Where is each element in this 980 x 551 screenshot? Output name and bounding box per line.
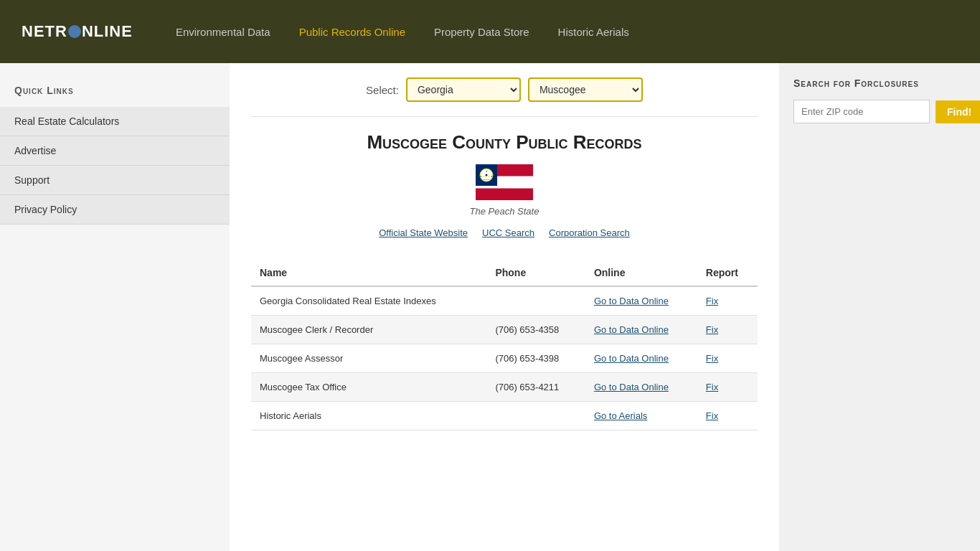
sidebar-item-support[interactable]: Support (0, 166, 230, 195)
col-online: Online (585, 260, 697, 286)
table-row: Muscogee Assessor(706) 653-4398Go to Dat… (251, 344, 758, 373)
go-to-data-link[interactable]: Go to Data Online (594, 353, 669, 364)
cell-name: Historic Aerials (251, 402, 486, 430)
main-nav: Environmental Data Public Records Online… (176, 26, 629, 38)
cell-online: Go to Data Online (585, 316, 697, 344)
go-to-data-link[interactable]: Go to Aerials (594, 410, 647, 421)
sidebar-title: Quick Links (0, 77, 230, 107)
cell-report: Fix (697, 402, 758, 430)
fix-link[interactable]: Fix (706, 410, 718, 421)
foreclosure-title: Search for Forclosures (793, 77, 966, 89)
cell-phone: (706) 653-4398 (486, 344, 585, 373)
right-panel: Search for Forclosures Find! (779, 63, 980, 551)
zip-code-input[interactable] (793, 100, 930, 123)
foreclosure-input-row: Find! (793, 100, 966, 123)
sidebar-item-advertise[interactable]: Advertise (0, 136, 230, 166)
nav-historic-aerials[interactable]: Historic Aerials (558, 26, 629, 38)
col-name: Name (251, 260, 486, 286)
table-row: Georgia Consolidated Real Estate Indexes… (251, 286, 758, 316)
cell-phone: (706) 653-4211 (486, 373, 585, 402)
cell-phone: (706) 653-4358 (486, 316, 585, 344)
table-row: Muscogee Clerk / Recorder(706) 653-4358G… (251, 316, 758, 344)
main-container: Quick Links Real Estate Calculators Adve… (0, 63, 980, 551)
flag-caption: The Peach State (251, 206, 758, 217)
select-row: Select: Georgia Muscogee (251, 77, 758, 102)
go-to-data-link[interactable]: Go to Data Online (594, 324, 669, 335)
go-to-data-link[interactable]: Go to Data Online (594, 382, 669, 392)
corporation-search-link[interactable]: Corporation Search (549, 227, 630, 238)
table-row: Historic AerialsGo to AerialsFix (251, 402, 758, 430)
cell-report: Fix (697, 286, 758, 316)
cell-name: Muscogee Clerk / Recorder (251, 316, 486, 344)
cell-online: Go to Data Online (585, 373, 697, 402)
ucc-search-link[interactable]: UCC Search (482, 227, 534, 238)
logo: NETRNLINE (22, 22, 133, 41)
find-button[interactable]: Find! (936, 100, 980, 123)
svg-text:★: ★ (491, 175, 493, 178)
county-select[interactable]: Muscogee (528, 77, 643, 102)
cell-name: Georgia Consolidated Real Estate Indexes (251, 286, 486, 316)
fix-link[interactable]: Fix (706, 324, 718, 335)
table-row: Muscogee Tax Office(706) 653-4211Go to D… (251, 373, 758, 402)
svg-text:★: ★ (480, 175, 482, 178)
cell-phone (486, 402, 585, 430)
select-label: Select: (366, 84, 399, 96)
cell-phone (486, 286, 585, 316)
table-header-row: Name Phone Online Report (251, 260, 758, 286)
records-table: Name Phone Online Report Georgia Consoli… (251, 260, 758, 430)
cell-report: Fix (697, 373, 758, 402)
nav-property-data-store[interactable]: Property Data Store (434, 26, 529, 38)
svg-text:GEORGIA: GEORGIA (483, 179, 490, 180)
cell-name: Muscogee Assessor (251, 344, 486, 373)
go-to-data-link[interactable]: Go to Data Online (594, 296, 669, 306)
fix-link[interactable]: Fix (706, 382, 718, 392)
sidebar-item-re-calculators[interactable]: Real Estate Calculators (0, 107, 230, 136)
fix-link[interactable]: Fix (706, 296, 718, 306)
col-phone: Phone (486, 260, 585, 286)
svg-text:★: ★ (486, 170, 488, 173)
state-links: Official State Website UCC Search Corpor… (251, 227, 758, 238)
cell-online: Go to Data Online (585, 344, 697, 373)
cell-report: Fix (697, 316, 758, 344)
cell-name: Muscogee Tax Office (251, 373, 486, 402)
cell-online: Go to Aerials (585, 402, 697, 430)
globe-icon (68, 25, 81, 38)
sidebar-item-privacy-policy[interactable]: Privacy Policy (0, 195, 230, 225)
page-title: Muscogee County Public Records (251, 116, 758, 154)
state-select[interactable]: Georgia (406, 77, 521, 102)
svg-text:★ ★ ★: ★ ★ ★ (483, 175, 491, 178)
nav-environmental-data[interactable]: Environmental Data (176, 26, 270, 38)
flag-area: ★ ★ ★ ★ ★ ★ GEORGIA The Peach State (251, 164, 758, 217)
nav-public-records[interactable]: Public Records Online (299, 26, 405, 38)
cell-online: Go to Data Online (585, 286, 697, 316)
col-report: Report (697, 260, 758, 286)
fix-link[interactable]: Fix (706, 353, 718, 364)
state-flag: ★ ★ ★ ★ ★ ★ GEORGIA (476, 164, 533, 200)
content-area: Select: Georgia Muscogee Muscogee County… (230, 63, 779, 551)
header: NETRNLINE Environmental Data Public Reco… (0, 0, 980, 63)
cell-report: Fix (697, 344, 758, 373)
official-state-website-link[interactable]: Official State Website (379, 227, 468, 238)
sidebar: Quick Links Real Estate Calculators Adve… (0, 63, 230, 551)
